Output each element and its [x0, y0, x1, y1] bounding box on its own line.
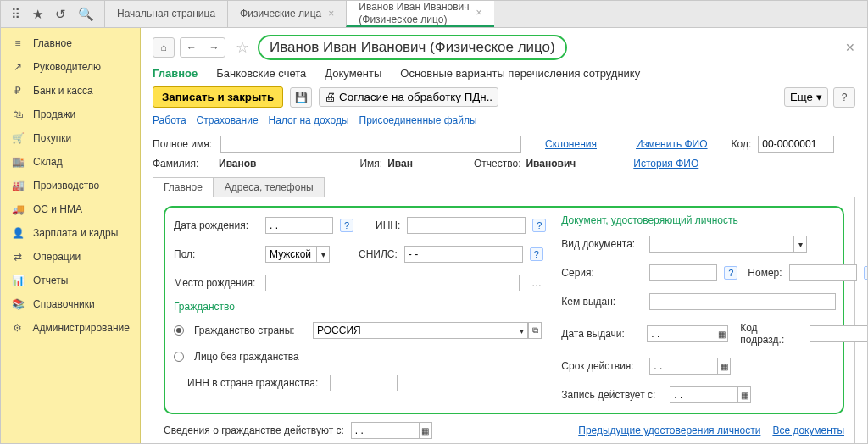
- tab-close-icon[interactable]: ×: [476, 7, 482, 19]
- star-icon[interactable]: ★: [32, 7, 43, 22]
- calendar-icon[interactable]: ▦: [419, 422, 432, 439]
- sidebar-item-label: Администрирование: [33, 322, 130, 334]
- issue-date-input[interactable]: ▦: [647, 325, 728, 342]
- prev-docs-link[interactable]: Предыдущие удостоверения личности: [578, 425, 760, 436]
- valid-input[interactable]: ▦: [649, 358, 731, 375]
- search-icon[interactable]: 🔍: [78, 7, 94, 22]
- sidebar-item[interactable]: ₽Банк и касса: [1, 79, 140, 103]
- inner-tab[interactable]: Главное: [153, 177, 214, 197]
- section-tab[interactable]: Основные варианты перечисления сотрудник…: [400, 67, 640, 80]
- save-button[interactable]: 💾: [290, 87, 312, 108]
- sidebar-item[interactable]: 📊Отчеты: [1, 269, 140, 292]
- all-docs-link[interactable]: Все документы: [772, 425, 844, 436]
- sidebar-item-label: Операции: [33, 251, 81, 263]
- sidebar-item[interactable]: ≡Главное: [1, 31, 140, 55]
- section-tab[interactable]: Главное: [153, 67, 198, 80]
- calendar-icon[interactable]: ▦: [715, 325, 728, 342]
- sidebar-item-label: ОС и НМА: [33, 203, 82, 215]
- change-fio-link[interactable]: Изменить ФИО: [636, 138, 708, 150]
- quick-link[interactable]: Страхование: [197, 114, 259, 126]
- chevron-down-icon[interactable]: ▾: [793, 236, 807, 253]
- ellipsis-icon[interactable]: …: [531, 277, 542, 289]
- history-fio-link[interactable]: История ФИО: [633, 158, 698, 169]
- chevron-down-icon[interactable]: ▾: [316, 246, 330, 263]
- section-tab[interactable]: Документы: [325, 67, 381, 80]
- quick-link[interactable]: Работа: [153, 114, 186, 126]
- open-ref-icon[interactable]: ⧉: [528, 322, 542, 339]
- series-input[interactable]: [649, 264, 717, 281]
- inn-help-icon[interactable]: ?: [532, 219, 546, 232]
- inn-input[interactable]: [407, 217, 526, 234]
- doc-type-select[interactable]: ▾: [649, 236, 807, 253]
- dob-help-icon[interactable]: ?: [340, 219, 353, 232]
- sidebar-item[interactable]: 🏭Производство: [1, 174, 140, 197]
- calendar-icon[interactable]: ▦: [737, 386, 751, 403]
- sidebar-item-icon: 🏭: [11, 179, 25, 192]
- birthplace-input[interactable]: [265, 275, 520, 291]
- full-name-label: Полное имя:: [153, 138, 214, 150]
- inn-label: ИНН:: [376, 219, 400, 231]
- foreign-inn-input[interactable]: [330, 375, 398, 391]
- calendar-icon[interactable]: ▦: [717, 358, 731, 375]
- sidebar-item[interactable]: 🛒Покупки: [1, 126, 140, 150]
- highlighted-region: Дата рождения: ? ИНН: ? Пол: ▾: [164, 206, 844, 414]
- nav-back-forward: ← →: [180, 37, 225, 58]
- valid-label: Срок действия:: [561, 360, 643, 372]
- help-button[interactable]: ?: [833, 87, 855, 108]
- consent-button[interactable]: 🖨 Согласие на обработку ПДн..: [319, 87, 498, 107]
- sidebar-item-icon: 🏬: [11, 155, 25, 169]
- gender-select[interactable]: ▾: [265, 246, 330, 263]
- cit-from-input[interactable]: ▦: [351, 422, 432, 439]
- nav-row: ⌂ ← → ☆ Иванов Иван Иванович (Физическое…: [153, 35, 855, 60]
- history-icon[interactable]: ↺: [55, 7, 66, 22]
- series-help-icon[interactable]: ?: [724, 266, 737, 280]
- sidebar-item-icon: 📚: [11, 297, 25, 311]
- sidebar-item-icon: ≡: [11, 36, 25, 50]
- window-tab[interactable]: Физические лица×: [227, 1, 346, 27]
- dept-code-input[interactable]: [810, 325, 867, 342]
- snils-input[interactable]: [404, 246, 523, 263]
- inner-tab[interactable]: Адреса, телефоны: [214, 177, 325, 197]
- id-doc-section-title: Документ, удостоверяющий личность: [561, 214, 867, 226]
- number-input[interactable]: [789, 264, 857, 281]
- sidebar-item-label: Склад: [33, 156, 63, 168]
- sidebar-item[interactable]: 👤Зарплата и кадры: [1, 221, 140, 245]
- code-input[interactable]: [758, 136, 834, 153]
- citizenship-country-radio[interactable]: [174, 325, 184, 336]
- no-citizenship-radio[interactable]: [174, 352, 184, 362]
- snils-help-icon[interactable]: ?: [530, 247, 543, 261]
- window-tab[interactable]: Начальная страница: [104, 1, 227, 27]
- inner-tabs: ГлавноеАдреса, телефоны: [153, 177, 855, 197]
- sidebar-item[interactable]: ⚙Администрирование: [1, 316, 140, 340]
- chevron-down-icon[interactable]: ▾: [515, 322, 528, 339]
- window-tab[interactable]: Иванов Иван Иванович(Физическое лицо)×: [346, 1, 493, 27]
- sidebar-item[interactable]: ⇄Операции: [1, 245, 140, 269]
- declensions-link[interactable]: Склонения: [545, 138, 597, 150]
- issuer-input[interactable]: [649, 293, 836, 310]
- sidebar-item-icon: ⇄: [11, 250, 25, 264]
- apps-icon[interactable]: ⠿: [11, 7, 20, 22]
- section-tab[interactable]: Банковские счета: [216, 67, 306, 80]
- sidebar-item[interactable]: 🏬Склад: [1, 150, 140, 174]
- forward-button[interactable]: →: [203, 38, 225, 57]
- number-help-icon[interactable]: ?: [864, 266, 867, 280]
- country-select[interactable]: ▾⧉: [313, 322, 542, 339]
- close-icon[interactable]: ✕: [845, 41, 855, 54]
- foreign-inn-label: ИНН в стране гражданства:: [187, 377, 323, 389]
- dob-input[interactable]: [265, 217, 333, 234]
- back-button[interactable]: ←: [181, 38, 203, 57]
- save-close-button[interactable]: Записать и закрыть: [153, 86, 283, 108]
- name-value: Иван: [387, 158, 413, 169]
- more-button[interactable]: Еще ▾: [784, 87, 828, 107]
- full-name-input[interactable]: [220, 136, 521, 153]
- home-button[interactable]: ⌂: [153, 37, 175, 58]
- record-from-input[interactable]: ▦: [670, 386, 751, 403]
- favorite-toggle[interactable]: ☆: [236, 38, 249, 57]
- quick-link[interactable]: Налог на доходы: [269, 114, 349, 126]
- sidebar-item[interactable]: 🛍Продажи: [1, 103, 140, 126]
- sidebar-item[interactable]: 📚Справочники: [1, 292, 140, 316]
- sidebar-item[interactable]: ↗Руководителю: [1, 55, 140, 79]
- sidebar-item[interactable]: 🚚ОС и НМА: [1, 197, 140, 221]
- tab-close-icon[interactable]: ×: [328, 8, 334, 20]
- quick-link[interactable]: Присоединенные файлы: [359, 114, 477, 126]
